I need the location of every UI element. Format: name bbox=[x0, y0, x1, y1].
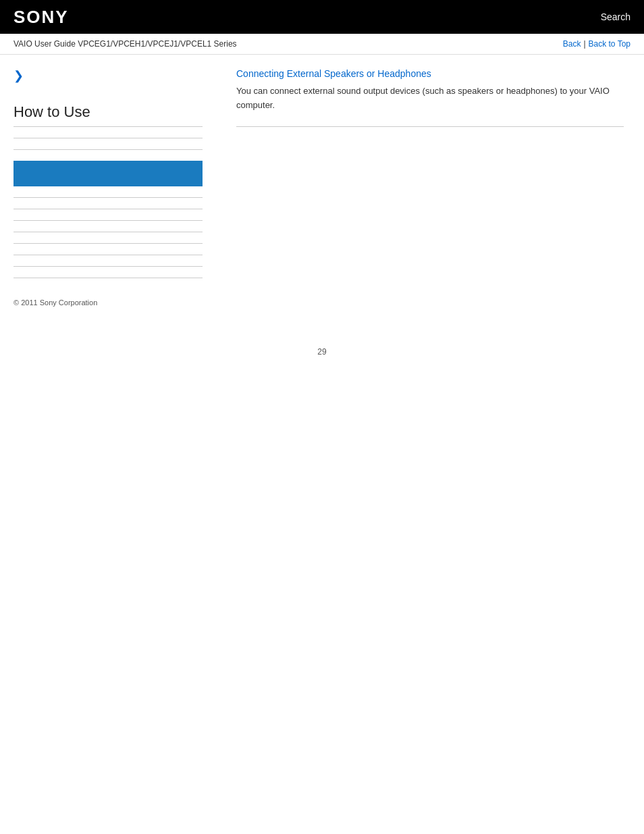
sidebar-divider-9 bbox=[14, 266, 203, 267]
sidebar-divider-5 bbox=[14, 220, 203, 221]
header: SONY Search bbox=[0, 0, 644, 34]
search-button[interactable]: Search bbox=[601, 11, 630, 22]
page-number: 29 bbox=[317, 347, 326, 357]
sidebar-divider-1 bbox=[14, 138, 203, 138]
sidebar-arrow-icon[interactable]: ❯ bbox=[14, 68, 203, 83]
sidebar-divider-4 bbox=[14, 209, 203, 209]
content-section: Connecting External Speakers or Headphon… bbox=[236, 68, 624, 127]
copyright-text: © 2011 Sony Corporation bbox=[14, 298, 203, 307]
sidebar-divider-8 bbox=[14, 255, 203, 255]
sidebar-divider-7 bbox=[14, 243, 203, 244]
sidebar-highlight-item[interactable] bbox=[14, 161, 203, 186]
content-description: You can connect external sound output de… bbox=[236, 84, 624, 113]
sidebar-divider-2 bbox=[14, 149, 203, 150]
nav-separator: | bbox=[583, 39, 585, 49]
nav-links: Back | Back to Top bbox=[563, 39, 630, 49]
content-link[interactable]: Connecting External Speakers or Headphon… bbox=[236, 68, 624, 79]
sidebar-divider-6 bbox=[14, 232, 203, 232]
sony-logo: SONY bbox=[14, 7, 69, 28]
sidebar: ❯ How to Use © 2011 Sony Corporation bbox=[0, 55, 216, 320]
sidebar-divider-3 bbox=[14, 197, 203, 198]
sidebar-section-title: How to Use bbox=[14, 103, 203, 127]
page-footer: 29 bbox=[0, 347, 644, 357]
content-area: Connecting External Speakers or Headphon… bbox=[216, 55, 644, 320]
breadcrumb-bar: VAIO User Guide VPCEG1/VPCEH1/VPCEJ1/VPC… bbox=[0, 34, 644, 55]
back-link[interactable]: Back bbox=[563, 39, 581, 49]
sidebar-divider-10 bbox=[14, 278, 203, 278]
main-container: ❯ How to Use © 2011 Sony Corporation Con… bbox=[0, 55, 644, 320]
breadcrumb: VAIO User Guide VPCEG1/VPCEH1/VPCEJ1/VPC… bbox=[14, 39, 237, 49]
back-to-top-link[interactable]: Back to Top bbox=[589, 39, 630, 49]
